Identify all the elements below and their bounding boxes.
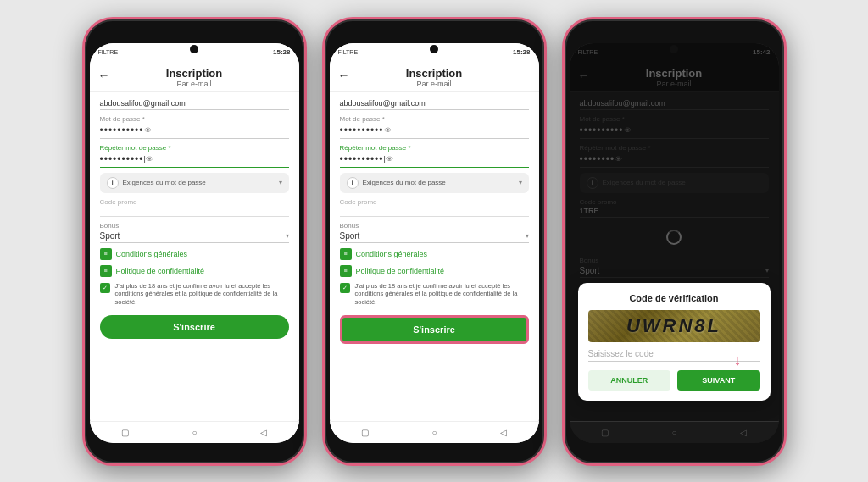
privacy-row-1[interactable]: Politique de confidentialité [100,265,289,277]
modal-buttons-3: ANNULER SUIVANT [588,370,760,391]
code-promo-field-1: Code promo [100,198,289,217]
conditions-row-2[interactable]: Conditions générales [340,248,529,260]
back-arrow-1[interactable]: ← [98,69,110,82]
repeat-password-field-1: Répéter mot de passe * •••••••••• | 👁 [100,144,289,168]
repeat-password-dots-2: •••••••••• [340,153,384,165]
app-header-1: ← Inscription Par e-mail [90,62,299,92]
nav-circle-2[interactable]: ○ [431,428,437,437]
eye-icon-repeat-2[interactable]: 👁 [386,155,393,163]
nav-back-3[interactable]: ◁ [740,428,747,437]
next-btn-3[interactable]: SUIVANT [677,370,760,391]
nav-square-2[interactable]: ▢ [361,428,369,437]
email-value-1: abdousalifou@gmail.com [100,99,289,108]
nav-square-1[interactable]: ▢ [121,428,129,437]
requirements-box-2[interactable]: i Exigences du mot de passe ▾ [340,173,529,193]
privacy-row-2[interactable]: Politique de confidentialité [340,265,529,277]
status-left-2: FILTRE [338,49,359,55]
status-left-1: FILTRE [98,49,119,55]
nav-circle-1[interactable]: ○ [192,428,197,437]
code-promo-input-2[interactable] [340,207,529,217]
app-subtitle-2: Par e-mail [416,80,451,88]
conditions-icon-2 [340,248,352,260]
repeat-password-label-1: Répéter mot de passe * [100,144,289,152]
info-icon-1: i [107,177,119,189]
captcha-image-3: UWRN8L [588,310,760,342]
conditions-icon-1 [100,248,112,260]
modal-title-3: Code de vérification [588,293,760,303]
app-title-2: Inscription [406,67,462,80]
phone-2: FILTRE 15:28 ← Inscription Par e-mail [322,17,547,466]
eye-icon-repeat-1[interactable]: 👁 [146,155,153,163]
nav-bar-2: ▢ ○ ◁ [330,421,539,443]
bonus-row-1[interactable]: Sport ▾ [100,231,289,243]
nav-bar-1: ▢ ○ ◁ [90,421,299,443]
phone-3-wrapper: FILTRE 15:42 ← Inscription Par e-mail [562,17,787,466]
privacy-icon-2 [340,265,352,277]
code-promo-field-2: Code promo [340,198,529,217]
email-input-row-1: abdousalifou@gmail.com [100,99,289,110]
status-right-2: 15:28 [513,48,530,56]
bonus-chevron-1: ▾ [286,232,289,240]
nav-square-3[interactable]: ▢ [601,428,609,437]
password-field-1: Mot de passe * •••••••••• 👁 [100,115,289,139]
back-arrow-2[interactable]: ← [338,69,350,82]
nav-back-1[interactable]: ◁ [260,428,267,437]
camera-notch-2 [430,45,438,53]
conditions-row-1[interactable]: Conditions générales [100,248,289,260]
eye-icon-2[interactable]: 👁 [384,126,392,135]
code-promo-label-2: Code promo [340,198,529,206]
checkbox-row-2: J'ai plus de 18 ans et je confirme avoir… [340,282,529,307]
screen-3: FILTRE 15:42 ← Inscription Par e-mail [570,43,779,443]
register-btn-1[interactable]: S'inscrire [100,315,289,339]
bonus-value-2: Sport [340,231,526,241]
phone-1-wrapper: FILTRE 15:28 ← Inscription Par e-mail [82,17,307,466]
email-input-row-2: abdousalifou@gmail.com [340,99,529,110]
bonus-label-1: Bonus [100,222,289,230]
bonus-row-2[interactable]: Sport ▾ [340,231,529,243]
agree-checkbox-2[interactable] [340,283,350,293]
phones-container: FILTRE 15:28 ← Inscription Par e-mail [69,3,800,479]
bonus-field-2: Bonus Sport ▾ [340,222,529,243]
password-dots-1: •••••••••• [100,125,144,136]
password-input-row-2: •••••••••• 👁 [340,125,529,139]
password-label-2: Mot de passe * [340,115,529,123]
modal-buttons-area: ANNULER SUIVANT ↓ [588,370,760,391]
email-value-2: abdousalifou@gmail.com [340,99,529,108]
time-1: 15:28 [273,48,290,56]
email-field-2: abdousalifou@gmail.com [340,99,529,110]
app-subtitle-1: Par e-mail [176,80,211,88]
conditions-text-1: Conditions générales [116,250,188,258]
form-area-2: abdousalifou@gmail.com Mot de passe * ••… [330,92,539,421]
pink-arrow-3: ↓ [734,352,742,369]
app-title-1: Inscription [166,67,222,80]
password-label-1: Mot de passe * [100,115,289,123]
carrier-2: FILTRE [338,49,359,55]
code-promo-label-1: Code promo [100,198,289,206]
requirements-box-1[interactable]: i Exigences du mot de passe ▾ [100,173,289,193]
password-dots-2: •••••••••• [340,125,384,136]
app-header-2: ← Inscription Par e-mail [330,62,539,92]
password-input-row-1: •••••••••• 👁 [100,125,289,139]
eye-icon-1[interactable]: 👁 [144,126,152,135]
password-field-2: Mot de passe * •••••••••• 👁 [340,115,529,139]
agree-checkbox-1[interactable] [100,283,110,293]
code-promo-input-1[interactable] [100,207,289,217]
form-area-1: abdousalifou@gmail.com Mot de passe * ••… [90,92,299,421]
nav-circle-3[interactable]: ○ [671,428,676,437]
conditions-text-2: Conditions générales [356,250,428,258]
register-btn-2[interactable]: S'inscrire [340,315,529,344]
time-2: 15:28 [513,48,530,56]
cancel-btn-3[interactable]: ANNULER [588,370,671,391]
nav-bar-3: ▢ ○ ◁ [570,421,779,443]
camera-notch-3 [670,45,678,53]
privacy-text-1: Politique de confidentialité [116,267,205,275]
bonus-label-2: Bonus [340,222,529,230]
nav-back-2[interactable]: ◁ [500,428,507,437]
repeat-password-label-2: Répéter mot de passe * [340,144,529,152]
email-field-1: abdousalifou@gmail.com [100,99,289,110]
info-icon-2: i [347,177,359,189]
captcha-text-3: UWRN8L [626,315,721,337]
privacy-icon-1 [100,265,112,277]
screen-1: FILTRE 15:28 ← Inscription Par e-mail [90,43,299,443]
requirements-text-2: Exigences du mot de passe [363,179,446,186]
